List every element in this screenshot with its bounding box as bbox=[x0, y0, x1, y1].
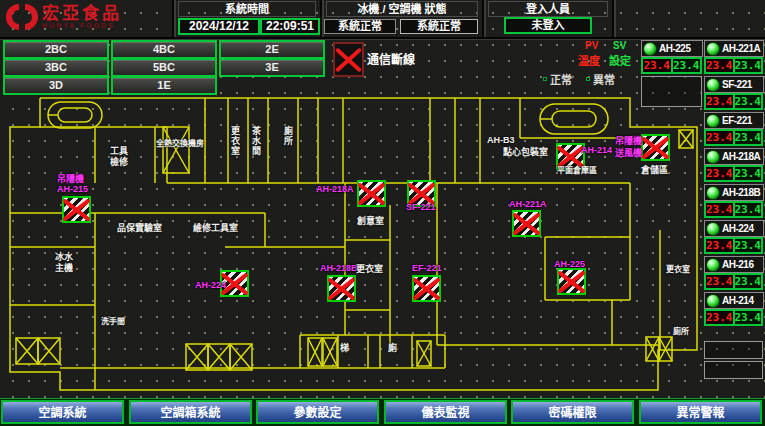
map-label: 檢修 bbox=[110, 157, 128, 167]
floor-plan bbox=[0, 0, 765, 426]
device-ah-218b[interactable] bbox=[327, 275, 356, 302]
map-label: 全熱交換機房 bbox=[156, 139, 204, 149]
map-label: AH-218A bbox=[316, 184, 354, 194]
map-label: 吊隱機 bbox=[615, 136, 642, 146]
map-label: 廁所 bbox=[283, 126, 292, 146]
map-label: SF-221 bbox=[406, 202, 436, 212]
elevator-shaft bbox=[186, 344, 208, 370]
map-label: 創意室 bbox=[357, 216, 384, 226]
map-label: 主機 bbox=[55, 263, 73, 273]
map-label: 平面倉庫區 bbox=[557, 166, 597, 176]
device-ef-221[interactable] bbox=[412, 275, 441, 302]
elevator-shaft bbox=[16, 338, 38, 364]
device-ah-225[interactable] bbox=[557, 268, 586, 295]
elevator-shaft bbox=[659, 337, 672, 361]
device-ah-218a[interactable] bbox=[357, 180, 386, 207]
stairs-icon bbox=[48, 102, 102, 128]
elevator-shaft bbox=[679, 130, 693, 148]
device-supply-fan[interactable] bbox=[641, 134, 670, 161]
map-label: 更衣室 bbox=[230, 126, 239, 156]
elevator-shaft bbox=[646, 337, 659, 361]
map-label: 洗手間 bbox=[101, 317, 125, 327]
map-label: 點心包裝室 bbox=[503, 147, 548, 157]
map-label: AH-225 bbox=[554, 259, 585, 269]
map-label: 冰水 bbox=[55, 252, 73, 262]
map-label: 吊隱機 bbox=[57, 174, 84, 184]
map-label: 更衣室 bbox=[356, 264, 383, 274]
map-label: AH-B3 bbox=[487, 135, 515, 145]
map-label: 維修工具室 bbox=[193, 223, 238, 233]
elevator-shaft bbox=[417, 341, 431, 366]
map-label: AH-224 bbox=[195, 280, 226, 290]
wall-lines bbox=[10, 98, 697, 390]
device-ah-215[interactable] bbox=[62, 196, 91, 223]
map-label: 倉儲區 bbox=[641, 165, 668, 175]
map-label: 廁 bbox=[388, 343, 397, 353]
stairs-icons bbox=[48, 102, 608, 134]
elevator-shaft bbox=[208, 344, 230, 370]
elevator-shaft bbox=[323, 338, 337, 366]
device-ah-221a[interactable] bbox=[512, 210, 541, 237]
elevator-shaft bbox=[38, 338, 60, 364]
map-label: 更衣室 bbox=[666, 265, 690, 275]
map-label: EF-221 bbox=[412, 263, 442, 273]
map-label: 送風機 bbox=[615, 148, 642, 158]
elevator-shaft bbox=[230, 344, 252, 370]
map-label: AH-218B bbox=[320, 263, 358, 273]
map-label: AH-214 bbox=[581, 145, 612, 155]
stairs-icon bbox=[540, 104, 608, 134]
map-label: 茶水間 bbox=[251, 126, 260, 156]
map-label: AH-221A bbox=[509, 199, 547, 209]
elevator-shaft bbox=[308, 338, 322, 366]
map-label: 工具 bbox=[110, 146, 128, 156]
map-label: 梯 bbox=[340, 343, 349, 353]
map-label: 品保實驗室 bbox=[117, 223, 162, 233]
hmi-screen: 宏亞食品 HUNYA FOODS 系統時間 2024/12/12 22:09:5… bbox=[0, 0, 765, 426]
map-label: 廁所 bbox=[673, 327, 689, 337]
map-label: AH-215 bbox=[57, 184, 88, 194]
